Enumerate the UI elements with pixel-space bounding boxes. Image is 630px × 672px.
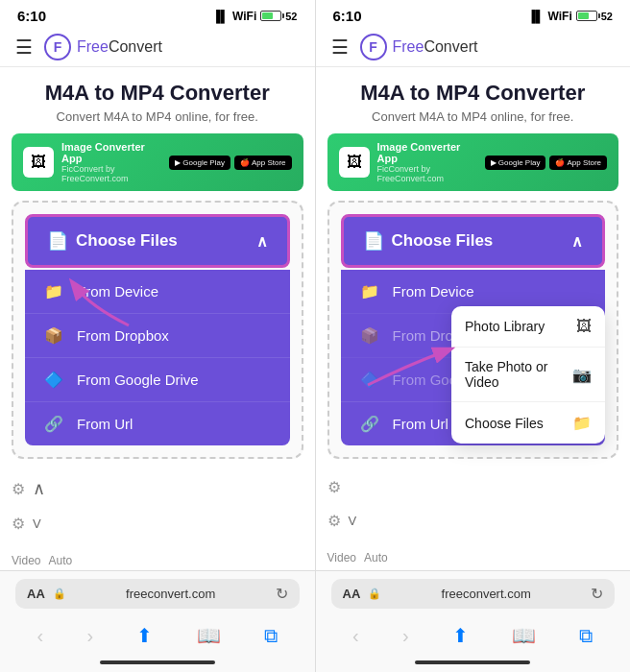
- url-bar-left: AA 🔒 freeconvert.com ↻: [15, 579, 300, 609]
- home-indicator-left: [100, 660, 215, 664]
- page-content-left: M4A to MP4 Converter Convert M4A to MP4 …: [0, 67, 315, 570]
- right-phone-panel: 6:10 ▐▌ WiFi 52 ☰ F FreeConvert M4A to M…: [316, 0, 631, 672]
- lock-icon-right: 🔒: [368, 588, 381, 600]
- url-aa-right[interactable]: AA: [343, 587, 361, 601]
- page-title-right: M4A to MP4 Converter: [316, 67, 631, 109]
- dropbox-icon-right: 📦: [360, 326, 379, 345]
- auto-label-right: Auto: [364, 551, 388, 564]
- dropdown-item-url-left[interactable]: 🔗 From Url: [25, 401, 290, 445]
- left-phone-panel: 6:10 ▐▌ WiFi 52 ☰ F FreeConvert M4A to M…: [0, 0, 315, 672]
- ad-title-right: Image Converter App: [377, 141, 477, 164]
- app-store-btn-right[interactable]: 🍎 App Store: [549, 156, 607, 170]
- upload-area-left: 📄 Choose Files ∧ 📁 From Device 📦 From Dr…: [12, 201, 303, 459]
- forward-btn-right[interactable]: ›: [395, 621, 417, 651]
- url-label-right: From Url: [393, 416, 448, 432]
- ad-buttons-left: ▶ Google Play 🍎 App Store: [169, 156, 291, 170]
- battery-pct-right: 52: [601, 11, 613, 22]
- video-label-left: Video: [12, 554, 40, 567]
- dropbox-label-left: From Dropbox: [77, 327, 169, 344]
- share-btn-left[interactable]: ⬆: [129, 620, 160, 651]
- sub-item-photo-library[interactable]: Photo Library 🖼: [451, 306, 605, 348]
- status-time-left: 6:10: [17, 8, 46, 24]
- video-row-left: Video Auto: [0, 548, 315, 570]
- refresh-icon-right[interactable]: ↻: [591, 585, 603, 603]
- gear-icon-2-right: ⚙: [327, 512, 341, 530]
- home-indicator-right: [415, 660, 530, 664]
- forward-btn-left[interactable]: ›: [80, 621, 102, 651]
- hamburger-icon-left[interactable]: ☰: [15, 36, 33, 59]
- url-bar-right: AA 🔒 freeconvert.com ↻: [331, 579, 616, 609]
- battery-icon-left: [260, 11, 281, 21]
- chevron-up-icon-left: ∧: [256, 232, 268, 251]
- logo-area-right: F FreeConvert: [360, 34, 478, 60]
- page-content-right: M4A to MP4 Converter Convert M4A to MP4 …: [316, 67, 631, 570]
- chevron-up-icon-right: ∧: [571, 232, 583, 251]
- device-icon-left: 📁: [44, 282, 63, 300]
- ad-banner-right[interactable]: 🖼 Image Converter App FicConvert by Free…: [327, 133, 619, 191]
- choose-files-btn-left[interactable]: 📄 Choose Files ∧: [25, 214, 290, 268]
- bookmarks-btn-left[interactable]: 📖: [189, 620, 229, 651]
- tabs-btn-left[interactable]: ⧉: [256, 621, 285, 651]
- v-label-left: V: [33, 516, 41, 531]
- wifi-icon-left: WiFi: [232, 10, 256, 23]
- ad-buttons-right: ▶ Google Play 🍎 App Store: [485, 156, 607, 170]
- v-label-right: V: [349, 514, 357, 528]
- logo-circle-left: F: [44, 34, 71, 60]
- refresh-icon-left[interactable]: ↻: [276, 585, 288, 603]
- back-btn-left[interactable]: ‹: [30, 621, 52, 651]
- choose-files-sub-label: Choose Files: [465, 416, 544, 431]
- google-play-btn-left[interactable]: ▶ Google Play: [169, 156, 230, 170]
- device-label-right: From Device: [393, 283, 474, 300]
- ad-icon-right: 🖼: [339, 147, 370, 178]
- device-icon-right: 📁: [360, 282, 379, 300]
- page-title-left: M4A to MP4 Converter: [0, 67, 315, 109]
- settings-row-1-right: ⚙: [327, 470, 619, 504]
- url-aa-left[interactable]: AA: [27, 587, 45, 601]
- status-bar-left: 6:10 ▐▌ WiFi 52: [0, 0, 315, 28]
- choose-files-label-left: Choose Files: [76, 231, 178, 251]
- page-subtitle-left: Convert M4A to MP4 online, for free.: [0, 109, 315, 133]
- dropdown-item-dropbox-left[interactable]: 📦 From Dropbox: [25, 313, 290, 357]
- logo-circle-right: F: [360, 34, 387, 60]
- upload-area-right: 📄 Choose Files ∧ 📁 From Device 📦 From Dr…: [327, 201, 619, 459]
- auto-label-left: Auto: [48, 554, 72, 567]
- choose-files-btn-right[interactable]: 📄 Choose Files ∧: [341, 214, 606, 268]
- wifi-icon-right: WiFi: [548, 10, 572, 23]
- gear-icon-2-left: ⚙: [12, 515, 25, 533]
- page-subtitle-right: Convert M4A to MP4 online, for free.: [316, 109, 631, 133]
- ad-sub-left: FicConvert by FreeConvert.com: [61, 164, 161, 183]
- sub-item-take-photo[interactable]: Take Photo or Video 📷: [451, 348, 605, 402]
- tabs-btn-right[interactable]: ⧉: [571, 621, 600, 651]
- url-label-left: From Url: [77, 416, 133, 432]
- status-icons-right: ▐▌ WiFi 52: [528, 10, 613, 23]
- url-domain-left: freeconvert.com: [74, 587, 268, 601]
- folder-icon: 📁: [572, 414, 592, 432]
- bottom-bar-right: AA 🔒 freeconvert.com ↻ ‹ › ⬆ 📖 ⧉: [316, 570, 631, 672]
- sub-item-choose-files[interactable]: Choose Files 📁: [451, 402, 605, 444]
- dropdown-item-gdrive-left[interactable]: 🔷 From Google Drive: [25, 357, 290, 401]
- device-label-left: From Device: [77, 283, 158, 300]
- logo-text-left: FreeConvert: [77, 38, 162, 56]
- share-btn-right[interactable]: ⬆: [445, 620, 476, 651]
- sub-dropdown-right: Photo Library 🖼 Take Photo or Video 📷 Ch…: [451, 306, 605, 444]
- lock-icon-left: 🔒: [53, 588, 66, 600]
- google-play-btn-right[interactable]: ▶ Google Play: [485, 156, 546, 170]
- safari-toolbar-left: ‹ › ⬆ 📖 ⧉: [15, 616, 300, 655]
- take-photo-label: Take Photo or Video: [465, 359, 572, 390]
- app-store-btn-left[interactable]: 🍎 App Store: [234, 156, 292, 170]
- settings-chevron-left: ∧: [33, 478, 45, 499]
- status-icons-left: ▐▌ WiFi 52: [212, 10, 297, 23]
- dropdown-item-device-left[interactable]: 📁 From Device: [25, 270, 290, 313]
- choose-files-label-right: Choose Files: [392, 231, 494, 251]
- gdrive-icon-left: 🔷: [44, 371, 63, 389]
- ad-banner-left[interactable]: 🖼 Image Converter App FicConvert by Free…: [12, 133, 303, 191]
- video-row-right: Video Auto: [316, 545, 631, 570]
- settings-row-1-left: ⚙ ∧: [12, 470, 303, 507]
- ad-title-left: Image Converter App: [61, 141, 161, 164]
- back-btn-right[interactable]: ‹: [345, 621, 367, 651]
- bookmarks-btn-right[interactable]: 📖: [504, 620, 544, 651]
- camera-icon: 📷: [572, 366, 592, 384]
- ad-text-left: Image Converter App FicConvert by FreeCo…: [61, 141, 161, 183]
- photo-library-icon: 🖼: [576, 318, 592, 335]
- hamburger-icon-right[interactable]: ☰: [331, 36, 349, 59]
